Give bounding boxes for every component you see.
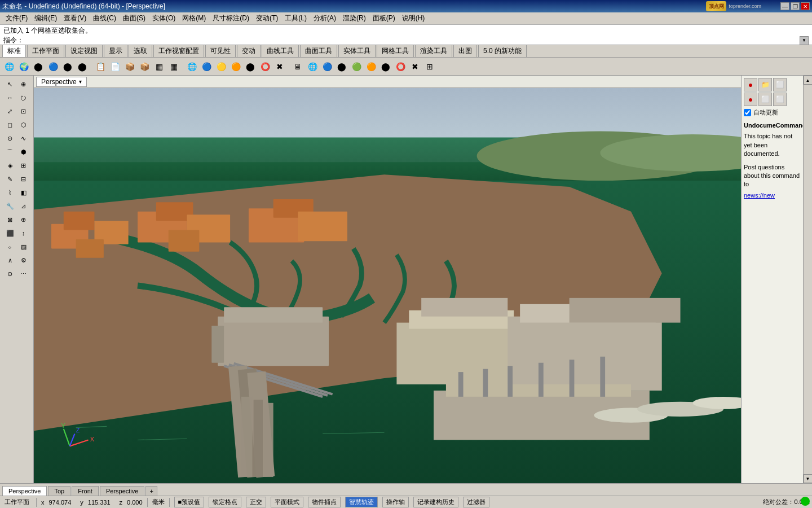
rp-icon-square[interactable]: ⬜ bbox=[773, 78, 787, 91]
left-icon-0-0[interactable]: ↖ bbox=[4, 78, 16, 90]
left-icon-3-0[interactable]: ◻ bbox=[4, 119, 16, 131]
menu-item-m[interactable]: 网格(M) bbox=[179, 12, 209, 24]
statusbar-preset[interactable]: ■预设值 bbox=[174, 497, 205, 507]
menu-item-d[interactable]: 尺寸标注(D) bbox=[209, 12, 253, 24]
statusbar-snap-obj[interactable]: 物件捕点 bbox=[308, 497, 341, 507]
toolbar-icon-15[interactable]: 🟠 bbox=[229, 60, 242, 73]
toolbar-icon-7[interactable]: 📄 bbox=[108, 60, 122, 73]
add-viewport-tab-button[interactable]: + bbox=[145, 486, 157, 496]
statusbar-snap-grid[interactable]: 锁定格点 bbox=[209, 497, 241, 507]
toolbar-tab-12[interactable]: 渲染工具 bbox=[415, 45, 452, 57]
menu-item-s[interactable]: 曲面(S) bbox=[120, 12, 149, 24]
toolbar-tab-7[interactable]: 变动 bbox=[237, 45, 261, 57]
rp-icon-blank1[interactable]: ⬜ bbox=[758, 93, 772, 106]
toolbar-icon-18[interactable]: ✖ bbox=[273, 60, 286, 73]
menu-item-l[interactable]: 工具(L) bbox=[281, 12, 310, 24]
statusbar-gumball[interactable]: 操作轴 bbox=[382, 497, 409, 507]
toolbar-tab-10[interactable]: 实体工具 bbox=[338, 45, 376, 57]
rp-icon-red[interactable]: ● bbox=[744, 78, 757, 91]
scroll-down-button[interactable]: ▼ bbox=[804, 474, 813, 483]
toolbar-tab-14[interactable]: 5.0 的新功能 bbox=[478, 45, 527, 57]
toolbar-icon-19[interactable]: 🖥 bbox=[291, 60, 304, 73]
menu-item-o[interactable]: 实体(O) bbox=[149, 12, 179, 24]
statusbar-history[interactable]: 记录建构历史 bbox=[413, 497, 458, 507]
help-link[interactable]: news://new bbox=[744, 192, 775, 199]
bottom-tab-top-1[interactable]: Top bbox=[48, 486, 70, 496]
toolbar-icon-8[interactable]: 📦 bbox=[123, 60, 136, 73]
scroll-track[interactable] bbox=[804, 85, 813, 474]
toolbar-icon-17[interactable]: ⭕ bbox=[258, 60, 272, 73]
close-button[interactable]: ✕ bbox=[801, 2, 810, 10]
left-icon-12-0[interactable]: ⬦ bbox=[4, 240, 16, 253]
statusbar-planar[interactable]: 平面模式 bbox=[271, 497, 303, 507]
left-icon-1-0[interactable]: ↔ bbox=[4, 91, 16, 104]
viewport-dropdown-arrow[interactable]: ▾ bbox=[79, 78, 82, 85]
toolbar-icon-21[interactable]: 🔵 bbox=[320, 60, 334, 73]
toolbar-icon-1[interactable]: 🌍 bbox=[17, 60, 30, 73]
left-icon-2-0[interactable]: ⤢ bbox=[4, 105, 16, 117]
toolbar-icon-0[interactable]: 🌐 bbox=[2, 60, 16, 73]
left-icon-5-1[interactable]: ⬢ bbox=[17, 146, 30, 158]
toolbar-tab-6[interactable]: 可见性 bbox=[205, 45, 236, 57]
toolbar-icon-22[interactable]: ⬤ bbox=[335, 60, 348, 73]
toolbar-icon-26[interactable]: ⭕ bbox=[394, 60, 407, 73]
toolbar-icon-28[interactable]: ⊞ bbox=[423, 60, 436, 73]
toolbar-icon-24[interactable]: 🟠 bbox=[364, 60, 378, 73]
left-icon-2-1[interactable]: ⊡ bbox=[17, 105, 30, 117]
toolbar-tab-3[interactable]: 显示 bbox=[104, 45, 127, 57]
rp-icon-blank2[interactable]: ⬜ bbox=[773, 93, 787, 106]
restore-button[interactable]: ❐ bbox=[791, 2, 800, 10]
toolbar-icon-23[interactable]: 🟢 bbox=[350, 60, 363, 73]
left-icon-6-1[interactable]: ⊞ bbox=[17, 159, 30, 172]
left-icon-3-1[interactable]: ⬡ bbox=[17, 119, 30, 131]
toolbar-tab-1[interactable]: 工作平面 bbox=[27, 45, 64, 57]
menu-item-r[interactable]: 渲染(R) bbox=[339, 12, 369, 24]
statusbar-smart-track[interactable]: 智慧轨迹 bbox=[345, 497, 378, 507]
toolbar-tab-2[interactable]: 设定视图 bbox=[65, 45, 103, 57]
toolbar-tab-13[interactable]: 出图 bbox=[453, 45, 477, 57]
left-icon-4-1[interactable]: ∿ bbox=[17, 132, 30, 144]
toolbar-tab-11[interactable]: 网格工具 bbox=[377, 45, 414, 57]
left-icon-11-0[interactable]: ⬛ bbox=[4, 227, 16, 239]
menu-item-c[interactable]: 曲线(C) bbox=[90, 12, 120, 24]
statusbar-filter[interactable]: 过滤器 bbox=[463, 497, 489, 507]
scroll-up-button[interactable]: ▲ bbox=[804, 76, 813, 85]
viewport-3d[interactable]: X Y Z bbox=[34, 88, 741, 483]
toolbar-tab-4[interactable]: 选取 bbox=[129, 45, 152, 57]
left-icon-9-1[interactable]: ⊿ bbox=[17, 200, 30, 212]
left-icon-8-1[interactable]: ◧ bbox=[17, 186, 30, 199]
left-icon-11-1[interactable]: ↕ bbox=[17, 227, 30, 239]
left-icon-9-0[interactable]: 🔧 bbox=[4, 200, 16, 212]
menu-item-a[interactable]: 分析(A) bbox=[310, 12, 339, 24]
bottom-tab-perspective-3[interactable]: Perspective bbox=[100, 486, 144, 496]
toolbar-icon-20[interactable]: 🌐 bbox=[306, 60, 319, 73]
left-icon-14-0[interactable]: ⊙ bbox=[4, 268, 16, 280]
statusbar-ortho[interactable]: 正交 bbox=[246, 497, 266, 507]
left-icon-10-1[interactable]: ⊕ bbox=[17, 213, 30, 226]
toolbar-icon-11[interactable]: ▦ bbox=[167, 60, 180, 73]
toolbar-tab-0[interactable]: 标准 bbox=[2, 45, 26, 57]
rp-icon-red2[interactable]: ● bbox=[744, 93, 757, 106]
menu-item-t[interactable]: 变动(T) bbox=[253, 12, 281, 24]
toolbar-icon-2[interactable]: ⬤ bbox=[32, 60, 45, 73]
command-input[interactable] bbox=[26, 37, 797, 45]
left-icon-7-0[interactable]: ✎ bbox=[4, 173, 16, 185]
command-scroll[interactable]: ▼ bbox=[800, 36, 809, 45]
toolbar-tab-9[interactable]: 曲面工具 bbox=[300, 45, 337, 57]
menu-item-v[interactable]: 查看(V) bbox=[60, 12, 90, 24]
left-icon-10-0[interactable]: ⊠ bbox=[4, 213, 16, 226]
toolbar-icon-16[interactable]: ⬤ bbox=[244, 60, 257, 73]
left-icon-4-0[interactable]: ⊙ bbox=[4, 132, 16, 144]
toolbar-icon-27[interactable]: ✖ bbox=[408, 60, 422, 73]
viewport-label[interactable]: Perspective ▾ bbox=[36, 77, 87, 87]
left-icon-13-1[interactable]: ⚙ bbox=[17, 254, 30, 266]
toolbar-icon-5[interactable]: ⬤ bbox=[76, 60, 89, 73]
auto-update-checkbox[interactable] bbox=[744, 109, 751, 116]
minimize-button[interactable]: — bbox=[780, 2, 789, 10]
left-icon-12-1[interactable]: ▨ bbox=[17, 240, 30, 253]
left-icon-7-1[interactable]: ⊟ bbox=[17, 173, 30, 185]
toolbar-icon-4[interactable]: ⬤ bbox=[61, 60, 74, 73]
toolbar-icon-6[interactable]: 📋 bbox=[94, 60, 107, 73]
menu-item-h[interactable]: 说明(H) bbox=[399, 12, 429, 24]
toolbar-icon-10[interactable]: ▦ bbox=[152, 60, 166, 73]
